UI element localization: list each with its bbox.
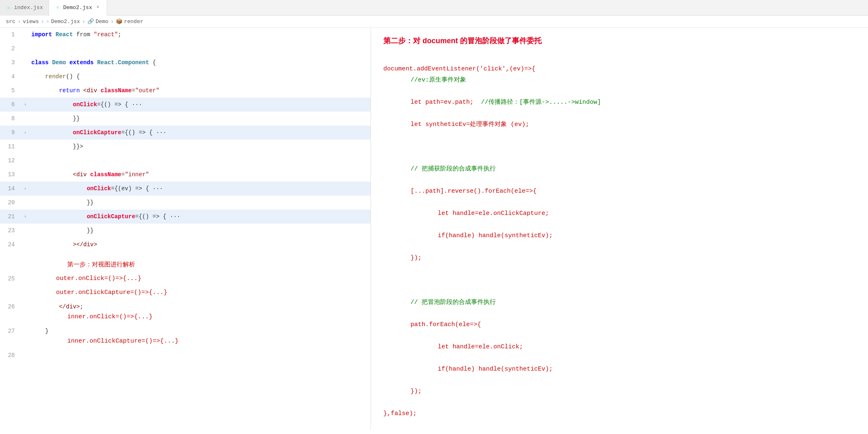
line-num-14: 14 bbox=[0, 182, 21, 196]
breadcrumb-method: 📦 render bbox=[116, 18, 143, 25]
fold-4 bbox=[21, 70, 30, 84]
fold-13 bbox=[21, 168, 30, 182]
code-content-3: class Demo extends React.Component { bbox=[30, 56, 371, 70]
breadcrumb-file-label: Demo2.jsx bbox=[51, 19, 80, 25]
code-content-9: onClickCapture={() => { ··· bbox=[30, 126, 371, 140]
fold-6[interactable]: › bbox=[21, 98, 30, 112]
code-line-24: 24 ></div> 第一步：对视图进行解析 bbox=[0, 238, 371, 272]
breadcrumb-sep-2: › bbox=[41, 19, 44, 25]
code-content-8: }} bbox=[30, 112, 371, 126]
breadcrumb: src › views › ⚛ Demo2.jsx › 🔗 Demo › 📦 r… bbox=[0, 16, 868, 28]
code-line-9: 9 › onClickCapture={() => { ··· bbox=[0, 126, 371, 140]
line-num-4: 4 bbox=[0, 70, 21, 84]
code-line-6: 6 › onClick={() => { ··· bbox=[0, 98, 371, 112]
line-num-25: 25 bbox=[0, 272, 21, 286]
tab-label-index: index.jsx bbox=[14, 5, 43, 11]
code-line-5: 5 return <div className="outer" bbox=[0, 84, 371, 98]
line-num-1: 1 bbox=[0, 28, 21, 42]
code-editor[interactable]: 1 import React from "react"; 2 3 class D… bbox=[0, 28, 371, 429]
code-content-25: outer.onClick=()=>{...} bbox=[54, 272, 371, 286]
tab-demo2[interactable]: ⚛ Demo2.jsx × bbox=[49, 0, 107, 16]
code-content-27: } inner.onClickCapture=()=>{...} bbox=[30, 324, 371, 348]
annotation-step2-title: 第二步：对 document 的冒泡阶段做了事件委托 bbox=[383, 36, 856, 46]
fold-24 bbox=[21, 238, 30, 272]
line-num-23: 23 bbox=[0, 224, 21, 238]
line-num-8: 8 bbox=[0, 112, 21, 126]
line-num-21: 21 bbox=[0, 210, 21, 224]
breadcrumb-views: views bbox=[23, 19, 39, 25]
breadcrumb-src: src bbox=[6, 19, 15, 25]
breadcrumb-class-icon: 🔗 bbox=[87, 18, 94, 25]
fold-21[interactable]: › bbox=[21, 210, 30, 224]
code-line-3: 3 class Demo extends React.Component { bbox=[0, 56, 371, 70]
react-icon-index: ⚛ bbox=[6, 5, 12, 11]
code-content-21: onClickCapture={() => { ··· bbox=[30, 210, 371, 224]
code-annotation-outer-capture: outer.onClickCapture=()=>{...} bbox=[0, 286, 371, 300]
fold-26 bbox=[21, 300, 30, 324]
breadcrumb-sep-4: › bbox=[110, 19, 114, 25]
code-content-14: onClick={(ev) => { ··· bbox=[30, 182, 371, 196]
line-num-26: 26 bbox=[0, 300, 21, 324]
code-line-14: 14 › onClick={(ev) => { ··· bbox=[0, 182, 371, 196]
fold-28 bbox=[21, 348, 30, 362]
fold-14[interactable]: › bbox=[21, 182, 30, 196]
code-content-5: return <div className="outer" bbox=[30, 84, 371, 98]
tab-label-demo2: Demo2.jsx bbox=[63, 5, 92, 11]
breadcrumb-sep-3: › bbox=[82, 19, 85, 25]
breadcrumb-class-label: Demo bbox=[96, 19, 108, 25]
line-num-5: 5 bbox=[0, 84, 21, 98]
annotation-step2-code: document.addEventListener('click',(ev)=>… bbox=[383, 52, 856, 429]
breadcrumb-file: ⚛ Demo2.jsx bbox=[46, 18, 80, 25]
fold-25 bbox=[21, 272, 30, 286]
tab-bar: ⚛ index.jsx ⚛ Demo2.jsx × bbox=[0, 0, 868, 16]
code-annotation-inner-click: 26 </div>; inner.onClick=()=>{...} bbox=[0, 300, 371, 324]
fold-9[interactable]: › bbox=[21, 126, 30, 140]
code-content-23: }} bbox=[30, 224, 371, 238]
breadcrumb-sep-1: › bbox=[17, 19, 21, 25]
line-num-20: 20 bbox=[0, 196, 21, 210]
code-content-a1: outer.onClickCapture=()=>{...} bbox=[54, 286, 371, 300]
code-content-6: onClick={() => { ··· bbox=[30, 98, 371, 112]
code-content-28 bbox=[30, 348, 371, 362]
fold-3 bbox=[21, 56, 30, 70]
code-line-28: 28 bbox=[0, 348, 371, 362]
code-content-1: import React from "react"; bbox=[30, 28, 371, 42]
fold-11 bbox=[21, 140, 30, 154]
code-content-13: <div className="inner" bbox=[30, 168, 371, 182]
close-icon[interactable]: × bbox=[94, 4, 101, 11]
code-line-2: 2 bbox=[0, 42, 371, 56]
code-line-23: 23 }} bbox=[0, 224, 371, 238]
react-icon-demo2: ⚛ bbox=[55, 5, 61, 10]
code-line-11: 11 }}> bbox=[0, 140, 371, 154]
tab-index[interactable]: ⚛ index.jsx bbox=[0, 0, 49, 16]
line-num-28: 28 bbox=[0, 348, 21, 362]
breadcrumb-method-icon: 📦 bbox=[116, 18, 122, 25]
code-line-8: 8 }} bbox=[0, 112, 371, 126]
code-line-20: 20 }} bbox=[0, 196, 371, 210]
code-content-4: render() { bbox=[30, 70, 371, 84]
fold-23 bbox=[21, 224, 30, 238]
code-line-21: 21 › onClickCapture={() => { ··· bbox=[0, 210, 371, 224]
fold-12 bbox=[21, 154, 30, 168]
fold-8 bbox=[21, 112, 30, 126]
code-line-1: 1 import React from "react"; bbox=[0, 28, 371, 42]
line-num-13: 13 bbox=[0, 168, 21, 182]
line-num-27: 27 bbox=[0, 324, 21, 348]
code-line-4: 4 render() { bbox=[0, 70, 371, 84]
code-line-25: 25 outer.onClick=()=>{...} bbox=[0, 272, 371, 286]
annotation-panel: 第二步：对 document 的冒泡阶段做了事件委托 document.addE… bbox=[371, 28, 868, 429]
line-num-2: 2 bbox=[0, 42, 21, 56]
code-content-11: }}> bbox=[30, 140, 371, 154]
breadcrumb-react-icon: ⚛ bbox=[46, 18, 49, 25]
code-content-2 bbox=[30, 42, 371, 56]
line-num-a1 bbox=[0, 286, 21, 300]
fold-1 bbox=[21, 28, 30, 42]
breadcrumb-class: 🔗 Demo bbox=[87, 18, 108, 25]
annotation-step2: 第二步：对 document 的冒泡阶段做了事件委托 document.addE… bbox=[383, 36, 856, 429]
code-content-12 bbox=[30, 154, 371, 168]
code-content-26: </div>; inner.onClick=()=>{...} bbox=[30, 300, 371, 324]
line-num-3: 3 bbox=[0, 56, 21, 70]
code-annotation-inner-capture: 27 } inner.onClickCapture=()=>{...} bbox=[0, 324, 371, 348]
code-content-24: ></div> 第一步：对视图进行解析 bbox=[30, 238, 371, 272]
line-num-9: 9 bbox=[0, 126, 21, 140]
